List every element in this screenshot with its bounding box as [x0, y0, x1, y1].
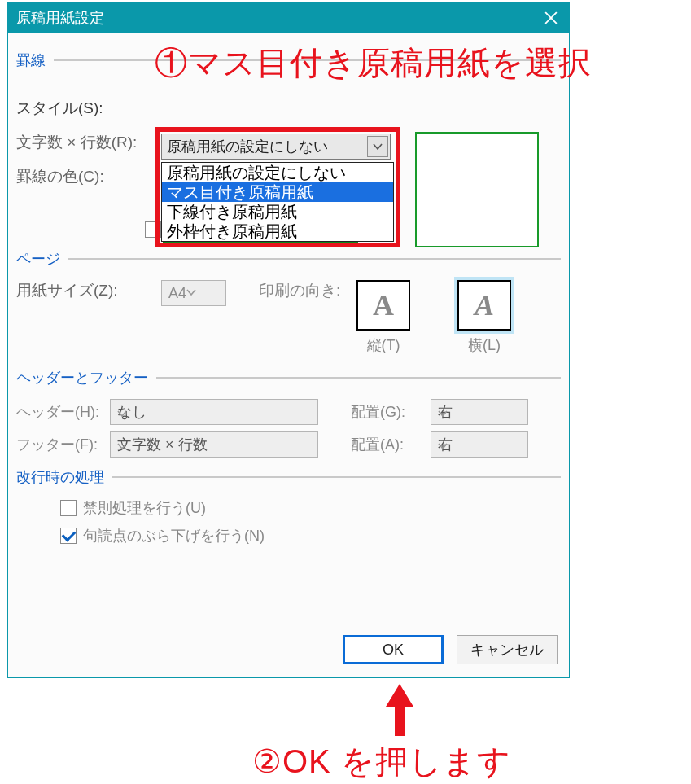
section-hf-label: ヘッダーとフッター	[16, 368, 148, 388]
style-dropdown-list[interactable]: 原稿用紙の設定にしない マス目付き原稿用紙 下線付き原稿用紙 外枠付き原稿用紙	[161, 162, 394, 242]
close-icon	[544, 11, 558, 24]
paper-size-label: 用紙サイズ(Z):	[16, 280, 161, 301]
style-option-3[interactable]: 外枠付き原稿用紙	[162, 221, 393, 241]
chevron-down-icon	[367, 136, 388, 157]
landscape-icon: A	[475, 288, 494, 322]
footer-value: 文字数 × 行数	[117, 435, 208, 454]
line-color-label: 罫線の色(C):	[16, 166, 155, 187]
style-select-value: 原稿用紙の設定にしない	[167, 137, 328, 156]
style-option-1[interactable]: マス目付き原稿用紙	[162, 182, 393, 202]
section-divider	[68, 258, 561, 260]
chevron-down-icon	[186, 283, 204, 304]
align-g-label: 配置(G):	[351, 402, 431, 422]
orientation-portrait[interactable]: A	[356, 280, 410, 331]
ok-button[interactable]: OK	[343, 635, 444, 664]
align-g-select[interactable]: 右	[431, 399, 528, 425]
booklet-checkbox[interactable]	[145, 221, 161, 238]
window-title: 原稿用紙設定	[16, 8, 104, 28]
kinsoku-checkbox[interactable]	[60, 500, 77, 516]
annotation-top: ①マス目付き原稿用紙を選択	[155, 41, 592, 85]
style-select[interactable]: 原稿用紙の設定にしない	[161, 134, 391, 160]
align-a-select[interactable]: 右	[431, 431, 528, 458]
chevron-down-icon	[438, 436, 448, 453]
section-divider	[112, 476, 561, 478]
chevron-down-icon	[438, 404, 448, 421]
paper-size-value: A4	[168, 285, 186, 302]
orientation-portrait-label: 縦(T)	[356, 335, 410, 355]
kutoten-checkbox[interactable]	[60, 528, 77, 544]
section-ruler-label: 罫線	[16, 50, 46, 70]
orientation-landscape[interactable]: A	[457, 280, 511, 331]
header-select[interactable]: なし	[110, 399, 318, 425]
style-option-0[interactable]: 原稿用紙の設定にしない	[162, 163, 393, 182]
section-page-label: ページ	[16, 249, 60, 269]
orientation-label: 印刷の向き:	[259, 280, 356, 301]
style-option-2[interactable]: 下線付き原稿用紙	[162, 202, 393, 221]
section-page: ページ	[16, 249, 561, 269]
kutoten-label: 句読点のぶら下げを行う(N)	[83, 526, 265, 545]
titlebar: 原稿用紙設定	[8, 3, 569, 33]
ok-button-label: OK	[383, 642, 404, 659]
section-divider	[156, 377, 561, 379]
chars-rows-label: 文字数 × 行数(R):	[16, 132, 155, 153]
chevron-down-icon	[117, 404, 127, 421]
portrait-icon: A	[373, 288, 394, 322]
cancel-button-label: キャンセル	[470, 640, 544, 659]
paper-size-select[interactable]: A4	[161, 280, 226, 306]
color-sample-bar	[163, 241, 358, 247]
close-button[interactable]	[533, 3, 569, 33]
section-lb: 改行時の処理	[16, 467, 561, 487]
dialog-body: 罫線 スタイル(S): 文字数 × 行数(R): 罫線の色(C): 原稿用紙の設…	[8, 33, 569, 677]
kinsoku-label: 禁則処理を行う(U)	[83, 498, 206, 518]
cancel-button[interactable]: キャンセル	[457, 635, 558, 664]
section-lb-label: 改行時の処理	[16, 467, 104, 487]
annotation-bottom: ②OK を押します	[252, 739, 511, 784]
dialog-window: 原稿用紙設定 罫線 スタイル(S): 文字数 × 行数(R): 罫線の色(C):…	[7, 2, 570, 678]
chevron-down-icon	[117, 436, 127, 453]
preview-box	[415, 132, 539, 247]
orientation-landscape-label: 横(L)	[457, 335, 511, 355]
footer-label: フッター(F):	[16, 435, 110, 454]
arrow-up-icon	[383, 682, 417, 741]
align-a-label: 配置(A):	[351, 435, 431, 454]
section-hf: ヘッダーとフッター	[16, 368, 561, 388]
header-label: ヘッダー(H):	[16, 402, 110, 422]
footer-select[interactable]: 文字数 × 行数	[110, 431, 318, 458]
style-label: スタイル(S):	[16, 98, 155, 119]
